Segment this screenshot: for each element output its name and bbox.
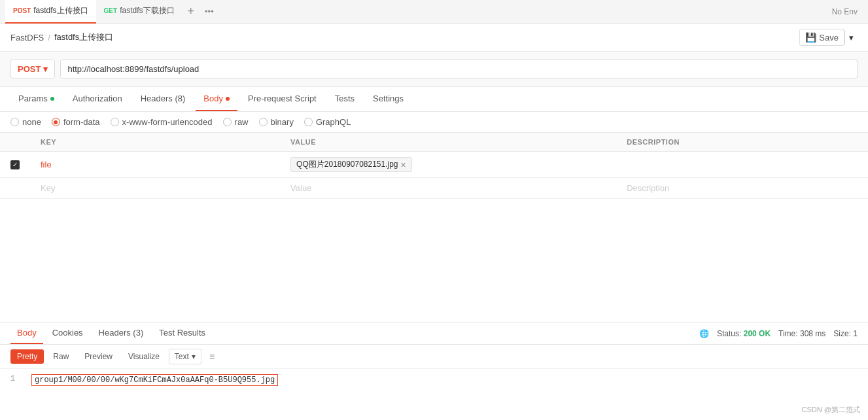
row-checkbox-cell[interactable]: [0, 152, 30, 178]
tab-settings-label: Settings: [373, 94, 404, 103]
response-line-1: 1 group1/M00/00/00/wKg7CmKiFCmAJx0aAAFq0…: [10, 374, 858, 386]
add-tab-button[interactable]: +: [182, 0, 200, 24]
tab-label-upload: fastdfs上传接口: [33, 5, 88, 16]
tab-authorization[interactable]: Authorization: [65, 87, 130, 111]
tab-body[interactable]: Body: [196, 87, 237, 111]
text-format-label: Text: [175, 352, 189, 361]
params-dot: [50, 97, 54, 101]
time-info: Time: 308 ms: [778, 329, 825, 338]
tab-body-label: Body: [203, 94, 223, 103]
more-tabs-button[interactable]: •••: [200, 0, 219, 24]
breadcrumb-parent[interactable]: FastDFS: [10, 33, 44, 43]
radio-urlencoded-circle: [111, 118, 119, 126]
response-body: 1 group1/M00/00/00/wKg7CmKiFCmAJx0aAAFq0…: [0, 369, 868, 391]
col-value-header: VALUE: [280, 133, 616, 152]
placeholder-checkbox-cell: [0, 178, 30, 199]
params-table-wrapper: KEY VALUE DESCRIPTION file QQ图片201809070…: [0, 133, 868, 199]
row-value-cell[interactable]: QQ图片20180907082151.jpg ×: [280, 152, 616, 178]
placeholder-key: Key: [41, 183, 55, 193]
radio-graphql[interactable]: GraphQL: [304, 117, 351, 127]
tab-settings[interactable]: Settings: [365, 87, 411, 111]
text-format-dropdown[interactable]: Text ▾: [169, 349, 201, 364]
file-tag-name: QQ图片20180907082151.jpg: [296, 159, 398, 170]
resp-tab-test-results[interactable]: Test Results: [152, 323, 212, 344]
row-key-cell[interactable]: file: [30, 152, 280, 178]
tab-method-post: POST: [13, 7, 31, 14]
radio-graphql-label: GraphQL: [316, 117, 351, 127]
placeholder-key-cell[interactable]: Key: [30, 178, 280, 199]
tab-pre-label: Pre-request Script: [248, 94, 317, 103]
tab-label-download: fastdfs下载接口: [120, 5, 174, 16]
row-key-value: file: [41, 160, 52, 169]
radio-raw[interactable]: raw: [223, 117, 249, 127]
col-key-header: KEY: [30, 133, 280, 152]
radio-raw-label: raw: [235, 117, 249, 127]
environment-selector[interactable]: No Env: [827, 7, 863, 16]
radio-form-data[interactable]: form-data: [52, 117, 100, 127]
file-tag-remove[interactable]: ×: [401, 160, 406, 169]
breadcrumb-separator: /: [48, 33, 50, 43]
radio-raw-circle: [223, 118, 232, 126]
radio-none-circle: [10, 118, 19, 126]
radio-urlencoded[interactable]: x-www-form-urlencoded: [111, 117, 213, 127]
line-number-1: 1: [10, 374, 24, 386]
tab-tests[interactable]: Tests: [327, 87, 362, 111]
radio-none[interactable]: none: [10, 117, 41, 127]
placeholder-value-cell[interactable]: Value: [280, 178, 616, 199]
radio-urlencoded-label: x-www-form-urlencoded: [122, 117, 213, 127]
placeholder-value: Value: [290, 183, 311, 193]
tab-tests-label: Tests: [335, 94, 355, 103]
params-table: KEY VALUE DESCRIPTION file QQ图片201809070…: [0, 133, 868, 199]
radio-form-data-label: form-data: [63, 117, 100, 127]
url-input[interactable]: [60, 60, 858, 79]
save-button[interactable]: 💾 Save: [799, 29, 844, 46]
globe-icon: 🌐: [699, 329, 709, 338]
size-info: Size: 1: [833, 329, 858, 338]
format-raw-button[interactable]: Raw: [46, 349, 75, 364]
file-tag: QQ图片20180907082151.jpg ×: [290, 157, 412, 172]
save-dropdown-button[interactable]: ▾: [844, 30, 858, 45]
format-pretty-button[interactable]: Pretty: [10, 349, 44, 364]
wrap-text-button[interactable]: ≡: [204, 349, 220, 364]
radio-form-data-circle: [52, 118, 60, 126]
placeholder-desc-cell[interactable]: Description: [616, 178, 868, 199]
radio-binary[interactable]: binary: [259, 117, 294, 127]
resp-tab-headers[interactable]: Headers (3): [92, 323, 150, 344]
row-desc-cell[interactable]: [616, 152, 868, 178]
method-chevron-icon: ▾: [43, 64, 48, 74]
tab-get-fastdfs-download[interactable]: GET fastdfs下载接口: [96, 0, 182, 24]
tab-method-get: GET: [104, 7, 118, 14]
placeholder-desc: Description: [627, 183, 669, 193]
response-tabs-bar: Body Cookies Headers (3) Test Results 🌐 …: [0, 323, 868, 345]
method-selector[interactable]: POST ▾: [10, 60, 55, 79]
tab-pre-request-script[interactable]: Pre-request Script: [240, 87, 324, 111]
table-row: file QQ图片20180907082151.jpg ×: [0, 152, 868, 178]
col-desc-header: DESCRIPTION: [616, 133, 868, 152]
format-preview-button[interactable]: Preview: [78, 349, 119, 364]
response-section: Body Cookies Headers (3) Test Results 🌐 …: [0, 322, 868, 420]
tab-bar: POST fastdfs上传接口 GET fastdfs下载接口 + ••• N…: [0, 0, 868, 24]
method-label: POST: [18, 64, 41, 74]
radio-binary-circle: [259, 118, 268, 126]
tab-headers[interactable]: Headers (8): [133, 87, 194, 111]
tab-post-fastdfs-upload[interactable]: POST fastdfs上传接口: [5, 0, 96, 24]
status-badge: Status: 200 OK: [717, 329, 771, 338]
response-format-bar: Pretty Raw Preview Visualize Text ▾ ≡: [0, 345, 868, 369]
breadcrumb-current: fastdfs上传接口: [54, 31, 113, 43]
breadcrumb-bar: FastDFS / fastdfs上传接口 💾 Save ▾: [0, 24, 868, 52]
status-ok: 200 OK: [744, 329, 771, 338]
watermark: CSDN @第二范式: [802, 405, 860, 415]
tab-headers-label: Headers (8): [141, 94, 186, 103]
breadcrumb: FastDFS / fastdfs上传接口: [10, 31, 113, 43]
format-visualize-button[interactable]: Visualize: [122, 349, 166, 364]
row-checkbox[interactable]: [10, 160, 20, 169]
radio-graphql-circle: [304, 118, 313, 126]
save-icon: 💾: [805, 32, 816, 43]
resp-tab-cookies[interactable]: Cookies: [46, 323, 90, 344]
tab-params[interactable]: Params: [10, 87, 62, 111]
table-row-placeholder: Key Value Description: [0, 178, 868, 199]
resp-tab-body[interactable]: Body: [10, 323, 43, 344]
tab-params-label: Params: [18, 94, 48, 103]
text-dropdown-chevron-icon: ▾: [192, 352, 196, 361]
col-checkbox: [0, 133, 30, 152]
